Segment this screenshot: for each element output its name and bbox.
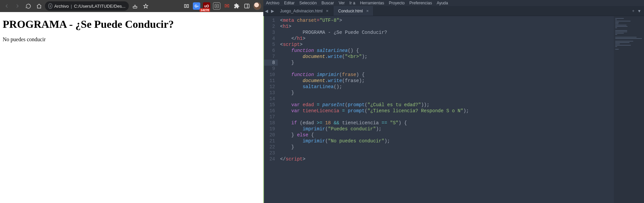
tab-label: Juego_Adivinacion.html (280, 9, 323, 13)
code-line[interactable] (280, 96, 614, 102)
code-line[interactable]: } (280, 60, 614, 66)
svg-point-1 (216, 5, 217, 7)
menu-archivo[interactable]: Archivo (266, 1, 279, 5)
code-line[interactable]: imprimir("Puedes conducir"); (280, 126, 614, 132)
extension-icons: Gx uO 14278 ✉ (183, 2, 261, 10)
line-number: 23 (263, 150, 275, 156)
line-number: 6 (263, 48, 275, 54)
page-viewport: PROGRAMA - ¿Se Puede Conducir? No puedes… (0, 12, 263, 203)
new-tab-button[interactable]: ＋ (631, 8, 635, 14)
menu-ayuda[interactable]: Ayuda (437, 1, 448, 5)
mail-icon[interactable]: ✉ (223, 2, 230, 10)
forward-button[interactable] (13, 1, 22, 11)
back-button[interactable] (2, 1, 11, 11)
code-line[interactable]: <h1> (280, 23, 614, 29)
code-text[interactable]: <meta charset="UTF-8"><h1> PROGRAMA - ¿S… (278, 16, 614, 203)
code-line[interactable]: document.write(frase); (280, 78, 614, 84)
line-number: 3 (263, 29, 275, 36)
ublock-badge: 14278 (200, 8, 210, 12)
line-number: 20 (263, 132, 275, 138)
menu-buscar[interactable]: Buscar (321, 1, 334, 5)
line-number: 11 (263, 78, 275, 84)
code-line[interactable] (280, 66, 614, 72)
line-number: 17 (263, 114, 275, 120)
minimap[interactable] (614, 16, 644, 203)
editor-window: ArchivoEditarSelecciónBuscarVerIr aHerra… (263, 0, 644, 203)
menu-selección[interactable]: Selección (299, 1, 317, 5)
menu-proyecto[interactable]: Proyecto (389, 1, 405, 5)
profile-avatar[interactable] (253, 2, 261, 10)
code-line[interactable]: <script> (280, 42, 614, 48)
tab-close-icon[interactable]: × (366, 8, 369, 13)
line-number: 8 (263, 60, 278, 66)
page-body-text: No puedes conducir (3, 37, 261, 43)
code-line[interactable]: if (edad >= 18 && tieneLicencia == "S") … (280, 120, 614, 126)
site-info-icon[interactable]: i (48, 3, 52, 9)
share-button[interactable] (130, 1, 140, 11)
url-scheme-label: Archivo (54, 4, 69, 9)
code-line[interactable]: function saltarLinea() { (280, 48, 614, 54)
svg-rect-2 (215, 4, 219, 8)
line-number: 18 (263, 120, 275, 126)
line-number: 9 (263, 66, 275, 72)
line-number: 2 (263, 23, 275, 29)
line-number: 21 (263, 138, 275, 144)
code-line[interactable]: } (280, 144, 614, 150)
side-panel-icon[interactable] (243, 2, 251, 10)
editor-tabbar: ◀ ▶ Juego_Adivinacion.html×Conducir.html… (263, 6, 644, 16)
extension-icon-1[interactable] (213, 2, 220, 10)
code-line[interactable]: PROGRAMA - ¿Se Puede Conducir? (280, 29, 614, 36)
code-line[interactable] (280, 114, 614, 120)
code-line[interactable]: document.write("<br>"); (280, 54, 614, 60)
code-line[interactable]: <meta charset="UTF-8"> (280, 17, 614, 23)
git-gutter-bar (263, 16, 264, 203)
tab-conducir-html[interactable]: Conducir.html× (333, 6, 374, 16)
code-line[interactable]: } (280, 90, 614, 96)
code-line[interactable]: var edad = parseInt(prompt("¿Cuál es tu … (280, 102, 614, 108)
code-line[interactable]: function imprimir(frase) { (280, 72, 614, 78)
menu-preferencias[interactable]: Preferencias (410, 1, 432, 5)
address-bar[interactable]: i Archivo | C:/Users/LATITUDE/Des... (45, 1, 129, 11)
reader-mode-icon[interactable] (183, 2, 190, 10)
code-line[interactable] (280, 150, 614, 156)
menu-editar[interactable]: Editar (284, 1, 294, 5)
bookmark-button[interactable] (141, 1, 150, 11)
line-number: 14 (263, 96, 275, 102)
menu-herramientas[interactable]: Herramientas (360, 1, 384, 5)
code-line[interactable]: </script> (280, 156, 614, 162)
menu-ir a[interactable]: Ir a (350, 1, 355, 5)
tab-label: Conducir.html (338, 9, 363, 13)
line-number: 5 (263, 42, 275, 48)
home-button[interactable] (34, 1, 44, 11)
line-number: 13 (263, 90, 275, 96)
line-number: 19 (263, 126, 275, 132)
tab-close-icon[interactable]: × (326, 8, 329, 13)
url-path: C:/Users/LATITUDE/Des... (74, 4, 125, 9)
menu-ver[interactable]: Ver (339, 1, 345, 5)
url-separator: | (71, 4, 72, 9)
line-number: 4 (263, 36, 275, 42)
tab-juego_adivinacion-html[interactable]: Juego_Adivinacion.html× (275, 6, 333, 16)
code-line[interactable]: } else { (280, 132, 614, 138)
tab-nav-next[interactable]: ▶ (269, 6, 275, 16)
line-number: 15 (263, 102, 275, 108)
line-number: 22 (263, 144, 275, 150)
extensions-puzzle-icon[interactable] (233, 2, 240, 10)
line-number-gutter: 123456789101112131415161718192021222324 (263, 16, 278, 203)
line-number: 1 (263, 17, 275, 23)
page-heading: PROGRAMA - ¿Se Puede Conducir? (3, 18, 261, 30)
browser-toolbar: i Archivo | C:/Users/LATITUDE/Des... Gx … (0, 0, 263, 12)
svg-rect-3 (245, 4, 249, 8)
reload-button[interactable] (23, 1, 33, 11)
google-translate-icon[interactable]: Gx (193, 2, 200, 10)
editor-menubar[interactable]: ArchivoEditarSelecciónBuscarVerIr aHerra… (263, 0, 644, 6)
code-line[interactable]: </h1> (280, 36, 614, 42)
ublock-icon[interactable]: uO 14278 (203, 2, 210, 10)
tab-options-button[interactable]: ▼ (637, 9, 641, 13)
line-number: 24 (263, 156, 275, 162)
code-line[interactable]: imprimir("No puedes conducir"); (280, 138, 614, 144)
browser-window: i Archivo | C:/Users/LATITUDE/Des... Gx … (0, 0, 263, 203)
tab-nav-prev[interactable]: ◀ (263, 6, 269, 16)
code-line[interactable]: var tieneLicencia = prompt("¿Tienes lice… (280, 108, 614, 114)
code-line[interactable]: saltarLinea(); (280, 84, 614, 90)
